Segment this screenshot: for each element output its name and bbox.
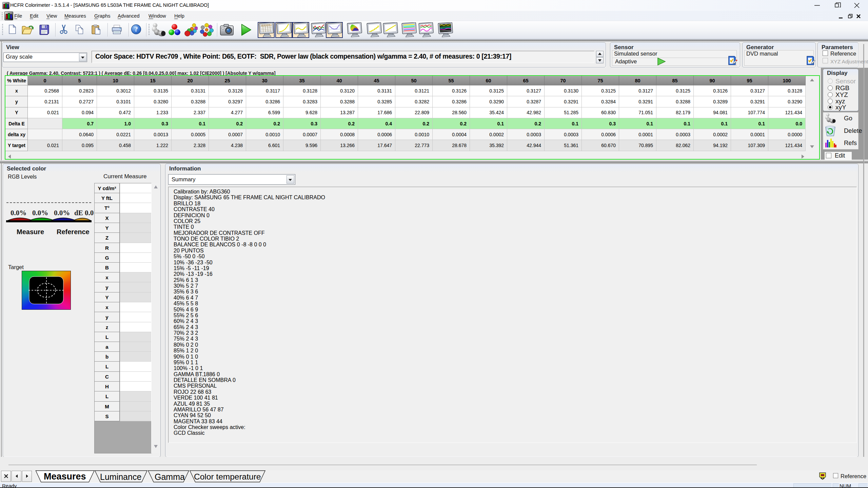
svg-text:?: ? bbox=[134, 25, 138, 33]
